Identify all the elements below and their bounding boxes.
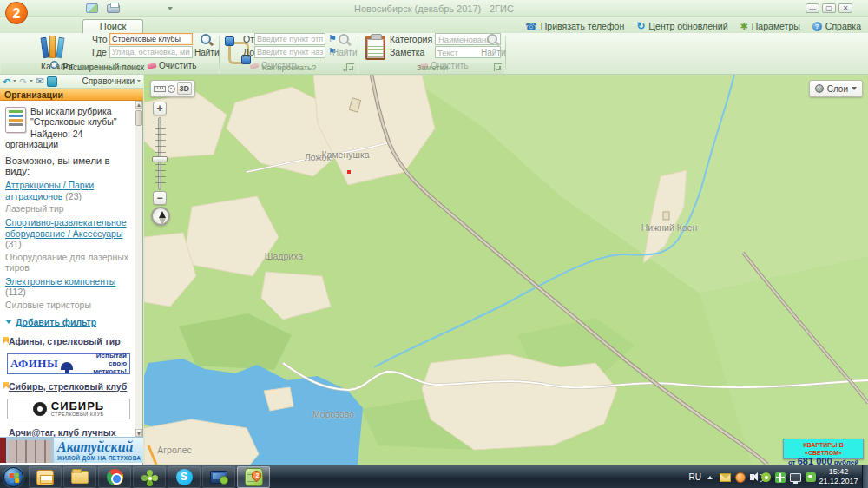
tray-mail-icon[interactable] bbox=[720, 473, 731, 482]
link-help[interactable]: ?Справка bbox=[812, 21, 861, 31]
map-ad-banner[interactable]: КВАРТИРЫ В «СВЕТЛОМ» от 681 000 рублей bbox=[783, 439, 864, 459]
sidebar-scrollbar[interactable] bbox=[135, 101, 142, 437]
map-canvas[interactable]: Ложок Каменушка Шадриха Нижний Коен Моро… bbox=[144, 75, 868, 465]
did-you-mean-title: Возможно, вы имели в виду: bbox=[5, 155, 132, 176]
zoom-slider-thumb[interactable] bbox=[152, 156, 168, 162]
link-bind-phone[interactable]: ☎Привязать телефон bbox=[525, 21, 624, 32]
afiny-ad-banner[interactable]: АФИНЫ Испытайсвою меткость! bbox=[7, 353, 130, 374]
add-filter-link[interactable]: Добавить фильтр bbox=[5, 317, 132, 327]
network-icon[interactable] bbox=[790, 473, 801, 482]
org-list-item[interactable]: Арчи@таг, клуб лучных боев bbox=[9, 427, 130, 438]
org-flag-icon bbox=[3, 337, 9, 344]
volume-icon[interactable] bbox=[750, 474, 754, 480]
notes-dialog-launcher-icon[interactable] bbox=[494, 63, 502, 71]
skype-icon: S bbox=[176, 469, 193, 485]
akatuysky-ad-banner[interactable]: Акатуйский ЖИЛОЙ ДОМ НА ПЕТУХОВА bbox=[0, 437, 143, 463]
group-main-search: Каталог Что Где Расширенный поиск Очисти… bbox=[0, 33, 220, 74]
minimize-button[interactable]: — bbox=[806, 3, 819, 13]
taskbar-clock[interactable]: 15:42 21.12.2017 bbox=[818, 467, 859, 486]
directories-dropdown[interactable]: Справочники bbox=[82, 76, 141, 86]
layers-button[interactable]: Слои bbox=[809, 80, 863, 97]
taskbar-icq-button[interactable] bbox=[133, 466, 166, 488]
find-note-button[interactable]: Найти bbox=[481, 34, 505, 57]
route-from-input[interactable] bbox=[254, 33, 326, 45]
suggestion-link[interactable]: Электронные компоненты bbox=[5, 276, 115, 287]
window-title: Новосибирск (декабрь 2017) - 2ГИС bbox=[0, 3, 868, 14]
afiny-logo-icon bbox=[61, 362, 73, 370]
suggestion-sub: Оборудование для лазерных тиров bbox=[5, 252, 132, 273]
scroll-thumb[interactable] bbox=[135, 110, 142, 126]
rubric-icon bbox=[5, 107, 26, 133]
view-3d-button[interactable]: 3D bbox=[177, 82, 193, 95]
scroll-up-icon[interactable] bbox=[135, 101, 142, 109]
compass-icon[interactable] bbox=[151, 207, 170, 226]
route-dialog-launcher-icon[interactable] bbox=[346, 63, 354, 71]
help-icon: ? bbox=[812, 22, 822, 31]
phone-icon: ☎ bbox=[525, 21, 537, 32]
back-icon[interactable]: ↶ bbox=[3, 76, 10, 88]
filter-icon bbox=[5, 320, 12, 324]
scroll-down-icon[interactable] bbox=[135, 429, 142, 437]
language-indicator[interactable]: RU bbox=[689, 472, 701, 482]
suggestion-link[interactable]: Спортивно-развлекательное оборудование /… bbox=[5, 217, 126, 239]
taskbar-2gis-button[interactable]: 2 bbox=[237, 466, 270, 488]
taskbar-skype-button[interactable]: S bbox=[168, 466, 201, 488]
zoom-out-button[interactable]: − bbox=[153, 191, 167, 205]
close-button[interactable]: ✕ bbox=[838, 3, 852, 13]
forward-caret-icon[interactable] bbox=[30, 80, 33, 82]
quick-links: ☎Привязать телефон ↻Центр обновлений ✱Па… bbox=[525, 20, 861, 32]
ruler-icon[interactable] bbox=[154, 86, 166, 92]
map-label-morozovo: Морозово bbox=[312, 409, 354, 419]
envelope-icon[interactable]: ✉ bbox=[36, 76, 43, 87]
tray-clock-app-icon[interactable] bbox=[735, 472, 746, 483]
suggestion-item: Спортивно-развлекательное оборудование /… bbox=[5, 217, 132, 250]
taskbar-explorer-button[interactable] bbox=[63, 466, 96, 488]
print-icon[interactable] bbox=[107, 4, 120, 13]
taskbar-outlook-button[interactable] bbox=[29, 466, 62, 488]
search-what-input[interactable] bbox=[109, 33, 193, 45]
globe-icon bbox=[815, 84, 824, 93]
org-list-item[interactable]: Афины, стрелковый тир bbox=[9, 336, 130, 346]
taskbar-chrome-button[interactable] bbox=[98, 466, 131, 488]
find-button[interactable]: Найти bbox=[194, 34, 219, 57]
catalog-books-icon bbox=[42, 36, 63, 58]
quick-access-caret-icon[interactable] bbox=[168, 7, 173, 10]
back-caret-icon[interactable] bbox=[13, 80, 16, 82]
map-label-nizhny-koen: Нижний Коен bbox=[641, 222, 698, 233]
afiny-brand: АФИНЫ bbox=[10, 357, 58, 371]
link-update-center[interactable]: ↻Центр обновлений bbox=[636, 20, 727, 32]
itinerary-icon[interactable] bbox=[47, 76, 57, 87]
taskbar-remote-desktop-button[interactable] bbox=[202, 466, 235, 488]
hidden-icons-arrow-icon[interactable] bbox=[707, 476, 713, 479]
zoom-in-button[interactable]: + bbox=[153, 102, 167, 115]
tray-grid-app-icon[interactable] bbox=[775, 472, 786, 483]
tray-chat-icon[interactable] bbox=[806, 472, 816, 482]
group-label-notes: Заметки bbox=[358, 63, 506, 72]
suggestion-count: (31) bbox=[5, 239, 22, 249]
maximize-button[interactable]: ▢ bbox=[822, 3, 836, 13]
quick-access-map-icon[interactable] bbox=[86, 3, 98, 13]
title-bar: Новосибирск (декабрь 2017) - 2ГИС bbox=[0, 0, 868, 17]
show-desktop-button[interactable] bbox=[862, 465, 868, 488]
layers-caret-icon bbox=[852, 87, 857, 90]
link-settings[interactable]: ✱Параметры bbox=[740, 21, 800, 32]
start-button[interactable] bbox=[3, 467, 23, 487]
results-panel: Вы искали рубрика "Стрелковые клубы" Най… bbox=[0, 101, 135, 437]
org-list-item[interactable]: Сибирь, стрелковый клуб bbox=[9, 381, 130, 392]
find-route-button[interactable]: Найти bbox=[332, 34, 357, 57]
sibir-ad-banner[interactable]: СИБИРЬСТРЕЛКОВЫЙ КЛУБ bbox=[7, 399, 130, 419]
outlook-icon bbox=[36, 470, 54, 485]
chrome-icon bbox=[107, 469, 123, 485]
sibir-logo-icon bbox=[33, 402, 47, 416]
system-tray: RU bbox=[689, 465, 816, 488]
zoom-slider-track[interactable] bbox=[158, 117, 161, 190]
panel-title: Организации bbox=[0, 89, 143, 101]
rotate-icon[interactable] bbox=[168, 85, 175, 93]
app-logo-2gis-icon[interactable]: 2 bbox=[5, 2, 28, 24]
forward-icon[interactable]: ↷ bbox=[19, 76, 27, 88]
route-to-input[interactable] bbox=[254, 46, 326, 58]
suggestion-sub: Лазерный тир bbox=[5, 203, 132, 214]
tab-search[interactable]: Поиск bbox=[82, 19, 143, 33]
search-where-input[interactable] bbox=[109, 46, 193, 58]
tray-icq-icon[interactable] bbox=[761, 472, 771, 482]
